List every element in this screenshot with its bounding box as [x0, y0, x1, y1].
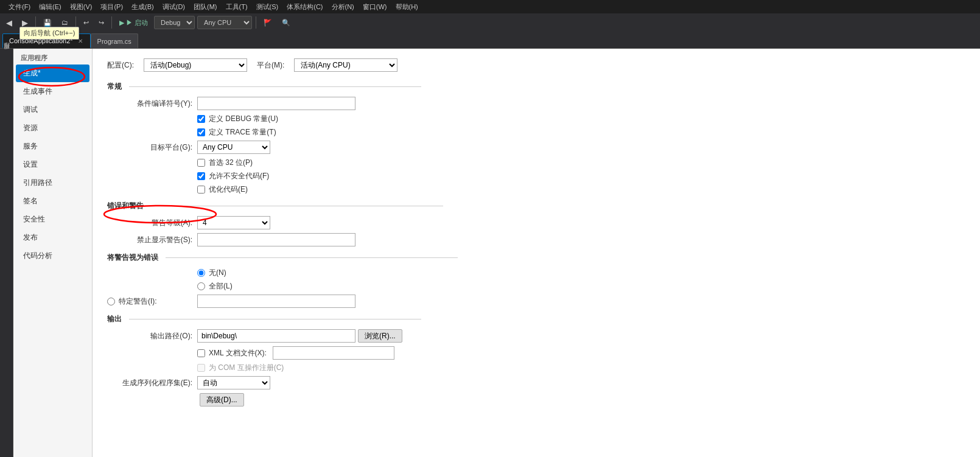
toolbar-search-btn[interactable]: 🔍 [278, 18, 294, 28]
unsafe-checkbox[interactable] [197, 172, 205, 180]
treat-none-radio[interactable] [197, 269, 205, 277]
sidebar-strip-app[interactable]: 应用程序 [1, 51, 12, 56]
define-debug-checkbox[interactable] [197, 115, 205, 123]
toolbar-separator-3 [111, 16, 112, 29]
specific-warning-input[interactable] [197, 295, 355, 308]
treat-all-radio[interactable] [197, 282, 205, 290]
treat-all-row: 全部(L) [197, 281, 965, 291]
nav-item-ziyuan[interactable]: 资源 [16, 119, 89, 137]
treat-none-label: 无(N) [209, 268, 226, 278]
menu-edit[interactable]: 编辑(E) [35, 1, 65, 13]
output-path-label: 输出路径(O): [107, 331, 192, 341]
nav-item-shengcheng[interactable]: 生成* [16, 65, 89, 82]
menu-file[interactable]: 文件(F) [5, 1, 34, 13]
serialization-row: 生成序列化程序集(E): 自动 开 关 [107, 376, 965, 389]
xml-doc-label: XML 文档文件(X): [209, 348, 267, 358]
suppress-warnings-input[interactable] [197, 233, 355, 246]
define-debug-label: 定义 DEBUG 常量(U) [209, 114, 278, 124]
xml-doc-row: XML 文档文件(X): [197, 346, 965, 360]
menu-build[interactable]: 生成(B) [128, 1, 158, 13]
advanced-row: 高级(D)... [197, 393, 965, 406]
menu-view[interactable]: 视图(V) [66, 1, 96, 13]
suppress-warnings-row: 禁止显示警告(S): [107, 233, 965, 246]
output-path-input[interactable] [197, 329, 355, 343]
prefer32-checkbox[interactable] [197, 159, 205, 167]
browse-button[interactable]: 浏览(R)... [358, 329, 402, 343]
serialization-label: 生成序列化程序集(E): [107, 378, 192, 388]
unsafe-label: 允许不安全代码(F) [209, 171, 269, 181]
treat-none-row: 无(N) [197, 268, 965, 278]
toolbar-back-btn[interactable]: ◀ [2, 17, 16, 29]
nav-item-tiaoshi[interactable]: 调试 [16, 101, 89, 119]
main-layout: 应用程序 应用程序 生成* 生成事件 调试 资源 服务 设置 引用路径 签名 安… [0, 49, 980, 457]
serialization-dropdown[interactable]: 自动 开 关 [197, 376, 270, 389]
start-label: ▶ 启动 [126, 18, 148, 27]
menu-tools[interactable]: 工具(T) [222, 1, 251, 13]
nav-item-shengchengsj[interactable]: 生成事件 [16, 83, 89, 100]
left-nav-section: 应用程序 [13, 51, 92, 64]
toolbar-flag-btn[interactable]: 🚩 [260, 18, 276, 28]
nav-item-yinyong[interactable]: 引用路径 [16, 174, 89, 192]
menu-window[interactable]: 窗口(W) [359, 1, 391, 13]
conditional-symbol-label: 条件编译符号(Y): [107, 99, 192, 109]
specific-warning-row: 特定警告(I): [107, 295, 965, 308]
cpu-dropdown[interactable]: Any CPU [197, 16, 252, 29]
toolbar-separator-4 [256, 16, 256, 29]
target-platform-label: 目标平台(G): [107, 142, 192, 153]
toolbar-saveall-btn[interactable]: 🗂 [58, 18, 72, 27]
target-platform-dropdown[interactable]: Any CPU [197, 141, 270, 154]
com-interop-row: 为 COM 互操作注册(C) [197, 363, 965, 373]
optimize-label: 优化代码(E) [209, 184, 248, 195]
treat-all-label: 全部(L) [209, 281, 233, 291]
menu-team[interactable]: 团队(M) [190, 1, 221, 13]
menu-analyze[interactable]: 分析(N) [328, 1, 358, 13]
nav-item-daima[interactable]: 代码分析 [16, 247, 89, 265]
tab-program-cs[interactable]: Program.cs [91, 33, 138, 48]
toolbar-save-btn[interactable]: 💾 [40, 18, 55, 28]
nav-item-qianming[interactable]: 签名 [16, 192, 89, 210]
define-debug-row: 定义 DEBUG 常量(U) [197, 114, 965, 124]
toolbar-start-btn[interactable]: ▶ ▶ 启动 [116, 17, 152, 29]
menu-debug[interactable]: 调试(D) [159, 1, 189, 13]
tab-program-cs-label: Program.cs [97, 38, 131, 45]
nav-item-fabu[interactable]: 发布 [16, 229, 89, 246]
debug-config-dropdown[interactable]: Debug [154, 16, 195, 29]
config-dropdown[interactable]: 活动(Debug) [144, 58, 247, 72]
optimize-checkbox[interactable] [197, 186, 205, 194]
menu-project[interactable]: 项目(P) [97, 1, 127, 13]
com-interop-label: 为 COM 互操作注册(C) [209, 363, 284, 373]
prefer32-label: 首选 32 位(P) [209, 158, 253, 168]
prefer32-row: 首选 32 位(P) [197, 158, 965, 168]
nav-item-anquan[interactable]: 安全性 [16, 211, 89, 228]
nav-item-shezhi[interactable]: 设置 [16, 156, 89, 173]
advanced-button[interactable]: 高级(D)... [200, 393, 244, 406]
menu-help[interactable]: 帮助(H) [392, 1, 422, 13]
conditional-symbol-input[interactable] [197, 97, 355, 110]
toolbar-redo-btn[interactable]: ↪ [95, 18, 108, 28]
menu-arch[interactable]: 体系结构(C) [283, 1, 326, 13]
xml-doc-input[interactable] [273, 346, 394, 360]
sidebar-strip: 应用程序 [0, 49, 13, 457]
platform-label: 平台(M): [257, 60, 284, 71]
com-interop-checkbox[interactable] [197, 364, 205, 372]
xml-doc-checkbox[interactable] [197, 349, 205, 357]
menu-bar[interactable]: 文件(F) 编辑(E) 视图(V) 项目(P) 生成(B) 调试(D) 团队(M… [5, 1, 422, 13]
output-section-heading: 输出 [107, 314, 965, 324]
define-trace-row: 定义 TRACE 常量(T) [197, 127, 965, 138]
warning-level-label: 警告等级(A): [107, 218, 192, 228]
target-platform-row: 目标平台(G): Any CPU [107, 141, 965, 154]
specific-warning-label: 特定警告(I): [107, 296, 192, 307]
config-bar: 配置(C): 活动(Debug) 平台(M): 活动(Any CPU) [107, 58, 965, 72]
toolbar-undo-btn[interactable]: ↩ [80, 18, 93, 28]
left-nav: 应用程序 生成* 生成事件 调试 资源 服务 设置 引用路径 签名 安全性 发布… [13, 49, 93, 457]
treat-specific-radio[interactable] [107, 298, 115, 305]
menu-test[interactable]: 测试(S) [253, 1, 282, 13]
start-icon: ▶ [119, 19, 124, 27]
define-trace-checkbox[interactable] [197, 128, 205, 136]
output-path-row: 输出路径(O): 浏览(R)... [107, 329, 965, 343]
platform-dropdown[interactable]: 活动(Any CPU) [294, 58, 397, 72]
nav-item-fuwu[interactable]: 服务 [16, 138, 89, 155]
general-section-heading: 常规 [107, 82, 965, 92]
config-label: 配置(C): [107, 60, 134, 71]
warning-level-dropdown[interactable]: 4 [197, 216, 270, 229]
